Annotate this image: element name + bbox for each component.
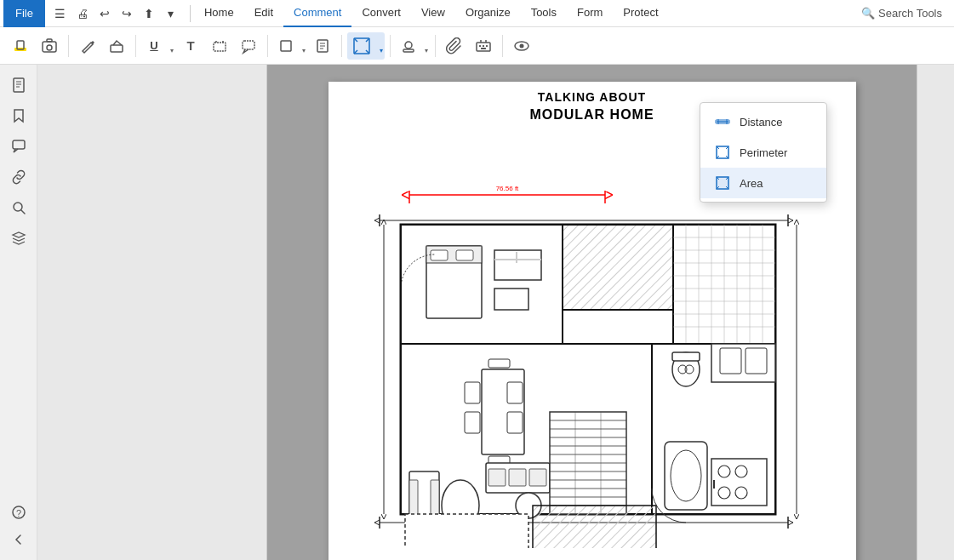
svg-rect-103	[529, 469, 546, 486]
svg-rect-134	[745, 348, 767, 374]
tab-home[interactable]: Home	[194, 0, 244, 27]
svg-rect-23	[486, 45, 488, 47]
sidebar-bookmarks-button[interactable]	[5, 102, 32, 129]
measure-dropdown-menu: Distance Perimeter	[700, 102, 827, 203]
file-button[interactable]: File	[3, 0, 45, 27]
panel-toggle-button[interactable]: ☰	[50, 3, 71, 24]
text-tool-button[interactable]: T	[177, 32, 204, 60]
svg-point-26	[520, 43, 524, 48]
sidebar-comments-button[interactable]	[5, 133, 32, 160]
sidebar-links-button[interactable]	[5, 163, 32, 191]
left-sidebar: ?	[0, 65, 37, 560]
tab-comment[interactable]: Comment	[283, 0, 351, 27]
svg-rect-121	[672, 352, 700, 361]
svg-rect-138	[405, 514, 528, 548]
highlight-tool-button[interactable]	[7, 32, 34, 60]
svg-rect-83	[494, 250, 541, 280]
sidebar-pages-button[interactable]	[5, 71, 32, 99]
svg-rect-94	[488, 359, 510, 368]
tab-tools[interactable]: Tools	[521, 0, 567, 27]
search-tools-button[interactable]: 🔍 Search Tools	[853, 0, 951, 27]
main-layout: ? TALKING ABOUT MODULAR HOME	[0, 65, 954, 560]
svg-text:76.56 ft: 76.56 ft	[495, 185, 518, 192]
svg-rect-93	[507, 412, 523, 433]
callout-tool-button[interactable]	[235, 32, 262, 60]
eraser-tool-button[interactable]	[103, 32, 130, 60]
perimeter-label: Perimeter	[740, 146, 787, 159]
svg-text:?: ?	[15, 508, 20, 518]
tab-convert[interactable]: Convert	[351, 0, 411, 27]
svg-rect-6	[214, 43, 226, 51]
svg-rect-86	[494, 289, 528, 310]
svg-rect-85	[516, 252, 517, 263]
svg-rect-101	[488, 469, 506, 486]
svg-rect-3	[47, 39, 52, 42]
perimeter-icon	[714, 144, 731, 161]
sidebar-layers-button[interactable]	[5, 225, 32, 252]
right-panel	[917, 65, 954, 560]
area-icon	[714, 174, 731, 191]
measure-distance-item[interactable]: Distance	[700, 106, 826, 137]
sidebar-bottom: ?	[5, 499, 32, 560]
show-hide-tool-button[interactable]	[508, 32, 535, 60]
tab-view[interactable]: View	[411, 0, 455, 27]
underline-tool-button[interactable]: U ▾	[141, 32, 175, 60]
sidebar-help-button[interactable]: ?	[5, 499, 32, 526]
sep-4	[341, 35, 342, 57]
menu-tabs: Home Edit Comment Convert View Organize …	[194, 0, 853, 27]
svg-rect-27	[14, 78, 24, 92]
svg-rect-22	[483, 45, 484, 47]
svg-point-18	[405, 42, 412, 49]
tab-protect[interactable]: Protect	[613, 0, 668, 27]
undo-button[interactable]: ↩	[94, 3, 115, 24]
sidebar-collapse-button[interactable]	[5, 526, 32, 553]
typewriter-tool-button[interactable]	[470, 32, 497, 60]
redo-button[interactable]: ↪	[117, 3, 137, 24]
content-area: TALKING ABOUT MODULAR HOME 76.56 ft	[37, 65, 954, 560]
svg-rect-133	[720, 348, 741, 374]
sep-5	[390, 35, 391, 57]
svg-rect-8	[281, 41, 291, 51]
svg-rect-31	[13, 140, 25, 149]
svg-rect-24	[481, 48, 486, 49]
shapes-tool-button[interactable]: ▾	[273, 32, 307, 60]
distance-label: Distance	[740, 116, 783, 129]
print-button[interactable]: 🖨	[72, 3, 93, 24]
svg-rect-90	[465, 382, 480, 403]
sep-1	[68, 35, 69, 57]
snapshot-tool-button[interactable]	[36, 32, 63, 60]
svg-rect-136	[533, 506, 656, 548]
svg-rect-92	[507, 382, 523, 403]
svg-rect-21	[479, 45, 481, 47]
share-button[interactable]: ⬆	[139, 3, 159, 24]
svg-rect-19	[403, 49, 414, 52]
svg-rect-102	[509, 469, 526, 486]
measure-area-item[interactable]: Area	[700, 168, 826, 198]
pencil-tool-button[interactable]	[74, 32, 101, 60]
area-label: Area	[740, 177, 763, 190]
svg-line-33	[21, 210, 25, 214]
svg-rect-81	[431, 250, 448, 260]
sep-2	[135, 35, 136, 57]
sep-3	[267, 35, 268, 57]
tab-organize[interactable]: Organize	[455, 0, 521, 27]
tab-edit[interactable]: Edit	[244, 0, 283, 27]
sep-7	[502, 35, 503, 57]
search-tools-label: Search Tools	[878, 7, 942, 20]
sep-6	[435, 35, 436, 57]
quick-access-toolbar: ☰ 🖨 ↩ ↪ ⬆ ▾	[45, 3, 186, 24]
measure-tool-button[interactable]: ▾	[347, 32, 385, 60]
svg-rect-56	[563, 225, 673, 310]
svg-rect-91	[465, 412, 480, 433]
more-button[interactable]: ▾	[161, 3, 181, 24]
search-tools-icon: 🔍	[861, 7, 875, 20]
svg-rect-84	[494, 259, 541, 260]
textbox-tool-button[interactable]	[206, 32, 233, 60]
svg-rect-82	[456, 250, 473, 260]
tab-form[interactable]: Form	[567, 0, 613, 27]
attach-tool-button[interactable]	[441, 32, 468, 60]
sidebar-search-button[interactable]	[5, 194, 32, 221]
measure-perimeter-item[interactable]: Perimeter	[700, 137, 826, 168]
stamp-tool-button[interactable]: ▾	[396, 32, 430, 60]
note-tool-button[interactable]	[309, 32, 336, 60]
